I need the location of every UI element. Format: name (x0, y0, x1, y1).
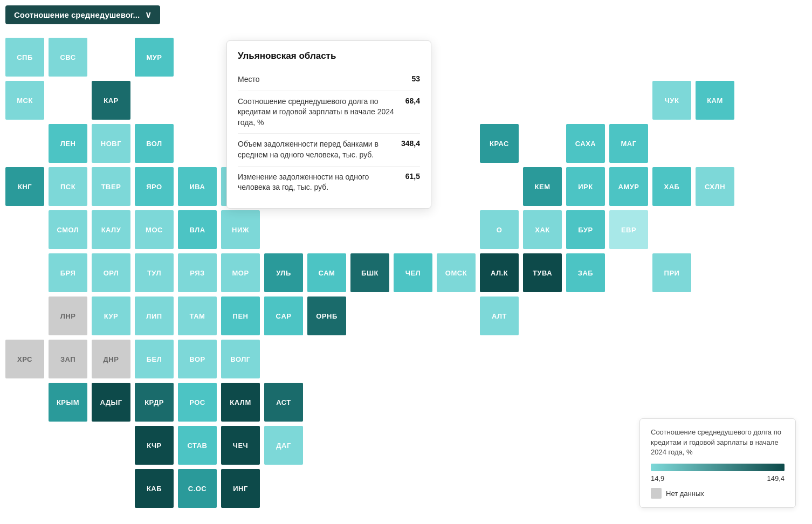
tooltip-row-value: 68,4 (405, 96, 420, 105)
cell-zab[interactable]: ЗАБ (566, 253, 605, 292)
cell-lnr[interactable]: ЛНР (49, 297, 87, 335)
cell-ryaz[interactable]: РЯЗ (178, 253, 217, 292)
cell-ing[interactable]: ИНГ (221, 469, 260, 508)
region-tooltip: Ульяновская область Место53Соотношение с… (226, 40, 431, 209)
cell-svc[interactable]: СВС (49, 38, 87, 77)
cell-bshk[interactable]: БШК (350, 253, 389, 292)
tooltip-row: Объем задолженности перед банками в сред… (238, 134, 420, 166)
cell-irk[interactable]: ИРК (566, 167, 605, 206)
cell-tver[interactable]: ТВЕР (92, 167, 130, 206)
tooltip-row: Соотношение среднедушевого долга по кред… (238, 91, 420, 134)
cell-bur[interactable]: БУР (566, 210, 605, 249)
cell-msk[interactable]: МСК (5, 81, 44, 120)
cell-amur[interactable]: АМУР (609, 167, 648, 206)
cell-nih[interactable]: НИЖ (221, 210, 260, 249)
cell-chel[interactable]: ЧЕЛ (394, 253, 432, 292)
dropdown-header[interactable]: Соотношение среднедушевог... ∨ (5, 5, 160, 24)
chevron-down-icon: ∨ (145, 10, 152, 20)
tooltip-region-name: Ульяновская область (238, 51, 420, 61)
cell-pri[interactable]: ПРИ (652, 253, 691, 292)
cell-ornb[interactable]: ОРНБ (307, 297, 346, 335)
cell-tam[interactable]: ТАМ (178, 297, 217, 335)
cell-len[interactable]: ЛЕН (49, 124, 87, 163)
cell-zap[interactable]: ЗАП (49, 340, 87, 378)
legend-gradient (651, 464, 785, 471)
cell-novg[interactable]: НОВГ (92, 124, 130, 163)
tooltip-row-value: 53 (411, 74, 420, 83)
cell-ros[interactable]: РОС (178, 383, 217, 422)
header-title: Соотношение среднедушевог... (14, 10, 140, 19)
legend-max: 149,4 (767, 474, 785, 482)
cell-chuk[interactable]: ЧУК (652, 81, 691, 120)
legend-range: 14,9 149,4 (651, 474, 785, 482)
tooltip-row-value: 61,5 (405, 172, 420, 181)
cell-mur[interactable]: МУР (135, 38, 174, 77)
cell-kab[interactable]: КАБ (135, 469, 174, 508)
cell-sam[interactable]: САМ (307, 253, 346, 292)
cell-hak[interactable]: ХАК (523, 210, 562, 249)
cell-kras[interactable]: КРАС (480, 124, 519, 163)
cell-spb[interactable]: СПБ (5, 38, 44, 77)
cell-vor[interactable]: ВОР (178, 340, 217, 378)
cell-kam[interactable]: КАМ (696, 81, 734, 120)
legend-nodata: Нет данных (651, 488, 785, 499)
cell-cap[interactable]: CAP (264, 297, 303, 335)
cell-sos[interactable]: С.ОС (178, 469, 217, 508)
cell-krym[interactable]: КРЫМ (49, 383, 87, 422)
cell-vla[interactable]: ВЛА (178, 210, 217, 249)
cell-yaro[interactable]: ЯРО (135, 167, 174, 206)
cell-ul[interactable]: УЛЬ (264, 253, 303, 292)
cell-dag[interactable]: ДАГ (264, 426, 303, 465)
cell-kchr[interactable]: КЧР (135, 426, 174, 465)
cell-dnr[interactable]: ДНР (92, 340, 130, 378)
tooltip-row: Изменение задолженности на одного челове… (238, 167, 420, 198)
cell-hrs[interactable]: ХРС (5, 340, 44, 378)
cell-omsk[interactable]: ОМСК (437, 253, 476, 292)
cell-stav[interactable]: СТАВ (178, 426, 217, 465)
cell-krdr[interactable]: КРДР (135, 383, 174, 422)
cell-tuva[interactable]: ТУВА (523, 253, 562, 292)
cell-kalu[interactable]: КАЛУ (92, 210, 130, 249)
cell-volg[interactable]: ВОЛГ (221, 340, 260, 378)
legend-min: 14,9 (651, 474, 664, 482)
cell-vol[interactable]: ВОЛ (135, 124, 174, 163)
cell-evr[interactable]: ЕВР (609, 210, 648, 249)
cell-kalm[interactable]: КАЛМ (221, 383, 260, 422)
cell-kar[interactable]: КАР (92, 81, 130, 120)
legend-panel: Соотношение среднедушевого долга по кред… (639, 418, 796, 508)
legend-title: Соотношение среднедушевого долга по кред… (651, 428, 785, 457)
cell-orl[interactable]: ОРЛ (92, 253, 130, 292)
cell-chech[interactable]: ЧЕЧ (221, 426, 260, 465)
tooltip-row-label: Изменение задолженности на одного челове… (238, 172, 400, 193)
cell-hab[interactable]: ХАБ (652, 167, 691, 206)
tooltip-row-label: Место (238, 74, 406, 85)
cell-kur[interactable]: КУР (92, 297, 130, 335)
cell-sakha[interactable]: САХА (566, 124, 605, 163)
cell-ast[interactable]: АСТ (264, 383, 303, 422)
tooltip-row-value: 348,4 (401, 139, 420, 148)
cell-mos[interactable]: МОС (135, 210, 174, 249)
legend-nodata-box (651, 488, 662, 499)
legend-nodata-label: Нет данных (666, 489, 704, 498)
cell-mor[interactable]: МОР (221, 253, 260, 292)
cell-o[interactable]: О (480, 210, 519, 249)
cell-lip[interactable]: ЛИП (135, 297, 174, 335)
cell-alk[interactable]: АЛ.К (480, 253, 519, 292)
tooltip-row-label: Объем задолженности перед банками в сред… (238, 139, 396, 160)
tooltip-row-label: Соотношение среднедушевого долга по кред… (238, 96, 400, 128)
page-container: Соотношение среднедушевог... ∨ СПБСВСМУР… (0, 0, 812, 524)
cell-smol[interactable]: СМОЛ (49, 210, 87, 249)
cell-brya[interactable]: БРЯ (49, 253, 87, 292)
cell-psk[interactable]: ПСК (49, 167, 87, 206)
cell-pen[interactable]: ПЕН (221, 297, 260, 335)
cell-ady[interactable]: АДЫГ (92, 383, 130, 422)
cell-mag[interactable]: МАГ (609, 124, 648, 163)
cell-tul[interactable]: ТУЛ (135, 253, 174, 292)
cell-kng[interactable]: КНГ (5, 167, 44, 206)
cell-bel[interactable]: БЕЛ (135, 340, 174, 378)
cell-kem[interactable]: КЕМ (523, 167, 562, 206)
tooltip-row: Место53 (238, 69, 420, 91)
cell-skhl[interactable]: СХЛН (696, 167, 734, 206)
cell-iva[interactable]: ИВА (178, 167, 217, 206)
cell-alt[interactable]: АЛТ (480, 297, 519, 335)
